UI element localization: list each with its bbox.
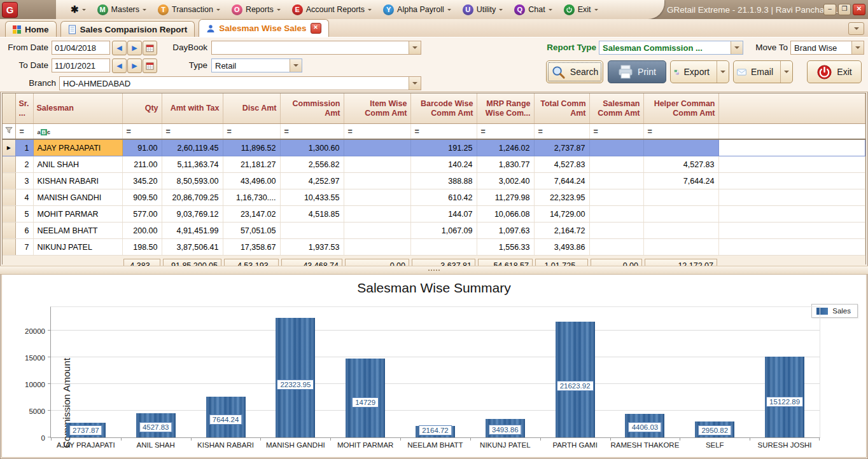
filter-cell[interactable]: = [162, 124, 223, 140]
grid-cell[interactable]: 2,164.72 [534, 223, 589, 239]
grid-cell[interactable] [280, 223, 344, 239]
from-date-input[interactable] [52, 41, 110, 55]
grid-cell[interactable]: 2 [15, 156, 33, 173]
grid-cell[interactable] [643, 239, 718, 256]
grid-cell[interactable] [589, 139, 643, 156]
bar-manish-gandhi[interactable] [276, 318, 315, 437]
grid-cell[interactable] [344, 239, 410, 256]
grid-cell[interactable]: 1,830.77 [477, 156, 534, 173]
grid-cell[interactable]: NIKUNJ PATEL [33, 239, 122, 256]
grid-cell[interactable]: 610.42 [410, 189, 477, 206]
grid-cell[interactable]: 7,644.24 [643, 173, 718, 189]
menu-item-reports[interactable]: OReports [227, 3, 285, 17]
menu-item-alpha-payroll[interactable]: YAlpha Payroll [379, 3, 456, 17]
close-button[interactable]: ✕ [853, 4, 865, 15]
grid-cell[interactable] [643, 206, 718, 223]
grid-cell[interactable]: 9,03,769.12 [162, 206, 223, 223]
grid-cell[interactable]: 22,323.95 [534, 189, 589, 206]
grid-cell[interactable]: 3 [15, 173, 33, 189]
menu-item-exit[interactable]: Exit [559, 3, 603, 17]
column-header-sr[interactable]: Sr. ... [15, 93, 33, 124]
grid-cell[interactable] [589, 189, 643, 206]
dropdown-button[interactable] [851, 41, 864, 54]
filter-cell[interactable]: = [534, 124, 589, 140]
row-indicator[interactable] [3, 239, 15, 256]
daybook-combo[interactable] [211, 41, 421, 55]
from-date-next-button[interactable]: ▶ [127, 41, 142, 55]
grid-cell[interactable]: NEELAM BHATT [33, 223, 122, 239]
grid-cell[interactable]: 1,067.09 [410, 223, 477, 239]
grid-cell[interactable] [410, 239, 477, 256]
grid-cell[interactable]: 4,91,451.99 [162, 223, 223, 239]
grid-cell[interactable]: KISHAN RABARI [33, 173, 122, 189]
column-header-disc-amt[interactable]: Disc Amt [223, 93, 280, 124]
filter-cell[interactable]: = [15, 124, 33, 140]
grid-cell[interactable]: ANIL SHAH [33, 156, 122, 173]
column-header-total-comm-amt[interactable]: Total Comm Amt [534, 93, 589, 124]
dropdown-button[interactable] [731, 41, 743, 54]
column-header-salesman-comm-amt[interactable]: Salesman Comm Amt [589, 93, 643, 124]
grid-cell[interactable]: 144.07 [410, 206, 477, 223]
grid-cell[interactable]: 345.20 [122, 173, 162, 189]
grid-cell[interactable]: 1,300.60 [280, 139, 344, 156]
dropdown-button[interactable] [409, 41, 421, 54]
grid-cell[interactable]: MANISH GANDHI [33, 189, 122, 206]
menu-item-transaction[interactable]: TTransaction [153, 3, 225, 17]
grid-cell[interactable] [643, 139, 718, 156]
tab-close-icon[interactable]: ✕ [311, 23, 321, 34]
branch-combo[interactable]: HO-AHMEDABAD [59, 76, 421, 90]
menu-item-account-reports[interactable]: EAccount Reports [288, 3, 376, 17]
grid-cell[interactable]: 6 [15, 223, 33, 239]
filter-cell[interactable]: = [223, 124, 280, 140]
grid-cell[interactable]: 1,937.53 [280, 239, 344, 256]
grid-cell[interactable]: 4,527.83 [534, 156, 589, 173]
export-dropdown-button[interactable] [717, 61, 729, 83]
filter-cell[interactable]: = [344, 124, 410, 140]
menu-item-chat[interactable]: QChat [510, 3, 556, 17]
splitter-handle[interactable] [0, 266, 868, 275]
row-indicator[interactable] [3, 173, 15, 189]
report-type-combo[interactable]: Salesman Commission ... [599, 41, 743, 55]
tab-overflow-button[interactable] [848, 22, 864, 35]
grid-cell[interactable]: 11,896.52 [223, 139, 280, 156]
menu-item-masters[interactable]: MMasters [93, 3, 151, 17]
minimize-button[interactable]: – [823, 4, 836, 15]
grid-cell[interactable] [344, 173, 410, 189]
grid-cell[interactable] [589, 239, 643, 256]
app-logo-icon[interactable]: G [2, 2, 18, 18]
menu-item-apps[interactable]: ✱ [66, 2, 90, 17]
grid-cell[interactable]: 909.50 [122, 189, 162, 206]
column-header-qty[interactable]: Qty [122, 93, 162, 124]
filter-cell[interactable]: = [122, 124, 162, 140]
grid-cell[interactable] [643, 223, 718, 239]
grid-cell[interactable]: 4,518.85 [280, 206, 344, 223]
grid-cell[interactable]: 21,181.27 [223, 156, 280, 173]
grid-cell[interactable]: 10,066.08 [477, 206, 534, 223]
grid-cell[interactable]: 1,16,730.... [223, 189, 280, 206]
grid-cell[interactable]: 20,86,709.25 [162, 189, 223, 206]
grid-cell[interactable]: 5,11,363.74 [162, 156, 223, 173]
filter-funnel-icon[interactable] [3, 124, 15, 140]
grid-cell[interactable] [589, 156, 643, 173]
column-header-item-wise-comm-amt[interactable]: Item Wise Comm Amt [344, 93, 410, 124]
search-button[interactable]: Search [546, 60, 603, 83]
bar-parth-gami[interactable] [556, 322, 595, 437]
tab-home[interactable]: Home [5, 21, 57, 37]
row-indicator[interactable]: ▶ [3, 139, 15, 156]
grid-cell[interactable]: 3,002.40 [477, 173, 534, 189]
grid-cell[interactable]: 1,097.63 [477, 223, 534, 239]
grid-cell[interactable]: 5 [15, 206, 33, 223]
grid-cell[interactable] [589, 173, 643, 189]
grid-cell[interactable]: AJAY PRAJAPATI [33, 139, 122, 156]
grid-cell[interactable]: 3,87,506.41 [162, 239, 223, 256]
column-header-mrp-range-wise-com[interactable]: MRP Range Wise Com... [477, 93, 534, 124]
grid-cell[interactable]: 10,433.55 [280, 189, 344, 206]
grid-cell[interactable]: 17,358.67 [223, 239, 280, 256]
row-indicator[interactable] [3, 189, 15, 206]
to-date-next-button[interactable]: ▶ [127, 58, 142, 73]
grid-cell[interactable]: 2,556.82 [280, 156, 344, 173]
from-date-prev-button[interactable]: ◀ [112, 41, 127, 55]
restore-button[interactable]: ❐ [838, 4, 851, 15]
grid-cell[interactable]: 4,252.97 [280, 173, 344, 189]
email-dropdown-button[interactable] [780, 61, 792, 83]
